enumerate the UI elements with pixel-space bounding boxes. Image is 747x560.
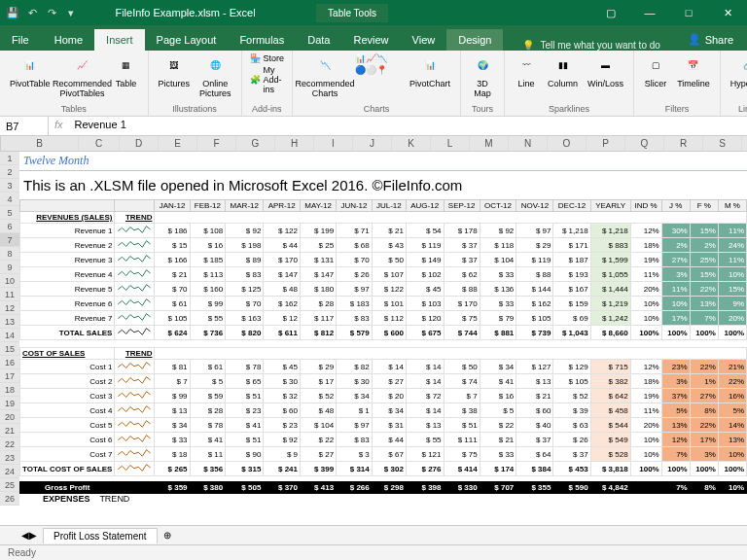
row-header[interactable]: 7 (0, 233, 19, 247)
ribbon-options-button[interactable]: ▢ (591, 0, 630, 25)
col-header[interactable]: G (236, 136, 275, 151)
redo-button[interactable]: ↷ (43, 4, 60, 21)
undo-button[interactable]: ↶ (23, 4, 41, 21)
row-header[interactable]: 8 (0, 247, 19, 261)
col-header[interactable]: K (392, 136, 431, 151)
row-header[interactable]: 17 (0, 369, 19, 383)
share-button[interactable]: 👤Share (674, 28, 747, 51)
tab-nav-prev[interactable]: ◀ (21, 530, 29, 541)
row-header[interactable]: 16 (0, 356, 19, 369)
tab-view[interactable]: View (401, 29, 447, 51)
tab-home[interactable]: Home (43, 29, 94, 51)
qat-customize-button[interactable]: ▾ (62, 4, 80, 21)
tell-me-search[interactable]: 💡Tell me what you want to do (522, 40, 659, 51)
addins-icon: 🧩 (250, 75, 261, 85)
save-button[interactable]: 💾 (4, 4, 21, 21)
row-header[interactable]: 5 (0, 206, 19, 220)
cells-content[interactable]: Twelve Month This is an .XLSM file opene… (19, 152, 747, 506)
tab-insert[interactable]: Insert (94, 29, 145, 51)
close-button[interactable]: ✕ (708, 0, 747, 25)
row-header[interactable]: 19 (0, 397, 19, 410)
tab-page-layout[interactable]: Page Layout (145, 29, 229, 51)
store-button[interactable]: 🏪Store (248, 52, 287, 64)
row-header[interactable]: 23 (0, 451, 19, 465)
3dmap-button[interactable]: 🌍3D Map (467, 52, 498, 101)
row-header[interactable]: 15 (0, 342, 19, 356)
minimize-button[interactable]: — (630, 0, 669, 25)
row-header[interactable]: 24 (0, 465, 19, 478)
col-header[interactable]: H (275, 136, 314, 151)
row-header[interactable]: 25 (0, 478, 19, 492)
tab-review[interactable]: Review (341, 29, 400, 51)
row-header[interactable]: 22 (0, 438, 19, 451)
col-header[interactable]: R (664, 136, 703, 151)
tab-design[interactable]: Design (446, 29, 503, 51)
col-header[interactable]: C (79, 136, 120, 151)
table-button[interactable]: ▦Table (111, 52, 142, 91)
col-header[interactable]: B (1, 136, 79, 151)
row-header[interactable]: 2 (0, 165, 19, 179)
col-header[interactable]: M (470, 136, 509, 151)
row-header[interactable]: 20 (0, 410, 19, 424)
row-header[interactable]: 18 (0, 383, 19, 397)
sparkline-line-button[interactable]: 〰Line (511, 52, 542, 91)
row-header[interactable]: 14 (0, 329, 19, 342)
rec-pivot-icon: 📈 (71, 54, 94, 78)
chart-gallery-1[interactable]: 📊📈📉 (353, 52, 404, 64)
maximize-button[interactable]: □ (669, 0, 708, 25)
chart-icon: 📉 (313, 54, 337, 78)
col-header[interactable]: Q (625, 136, 664, 151)
col-header[interactable]: J (353, 136, 392, 151)
col-header[interactable]: P (587, 136, 625, 151)
tab-nav-next[interactable]: ▶ (29, 530, 37, 541)
row-header[interactable]: 3 (0, 179, 19, 192)
row-header[interactable]: 4 (0, 192, 19, 206)
row-header[interactable]: 6 (0, 220, 19, 233)
col-header[interactable]: L (431, 136, 470, 151)
col-header[interactable]: N (509, 136, 548, 151)
lightbulb-icon: 💡 (522, 40, 534, 51)
col-header[interactable]: O (548, 136, 587, 151)
online-pictures-button[interactable]: 🌐Online Pictures (196, 52, 235, 101)
col-header[interactable]: F (197, 136, 236, 151)
row-header[interactable]: 13 (0, 315, 19, 329)
context-tab-label: Table Tools (316, 4, 388, 22)
col-header[interactable]: T (742, 136, 747, 151)
timeline-icon: 📅 (682, 54, 705, 78)
rec-charts-button[interactable]: 📉Recommended Charts (299, 52, 351, 101)
tab-data[interactable]: Data (296, 29, 341, 51)
col-header[interactable]: I (314, 136, 353, 151)
col-header[interactable]: S (703, 136, 742, 151)
pivottable-button[interactable]: 📊PivotTable (6, 52, 54, 91)
pictures-button[interactable]: 🖼Pictures (155, 52, 195, 91)
sheet-tab[interactable]: Profit Loss Statement (43, 528, 158, 543)
slicer-button[interactable]: ▢Slicer (640, 52, 671, 91)
sparkline-col-button[interactable]: ▮▮Column (544, 52, 582, 91)
tab-formulas[interactable]: Formulas (228, 29, 296, 51)
row-header[interactable]: 9 (0, 261, 19, 274)
col-header[interactable]: E (159, 136, 197, 151)
data-table[interactable]: JAN-12FEB-12MAR-12APR-12MAY-12JUN-12JUL-… (19, 199, 747, 494)
timeline-button[interactable]: 📅Timeline (673, 52, 714, 91)
chart-gallery-2[interactable]: 🔵⚪📍 (353, 64, 404, 76)
row-header[interactable]: 10 (0, 274, 19, 288)
worksheet-area[interactable]: B C D E F G H I J K L M N O P Q R S T 12… (0, 136, 747, 535)
my-addins-button[interactable]: 🧩My Add-ins (248, 64, 287, 95)
hyperlink-button[interactable]: 🔗Hyperlink (727, 52, 747, 91)
tab-file[interactable]: File (0, 29, 41, 51)
formula-input[interactable]: Revenue 1 (69, 117, 747, 135)
sparkline-wl-button[interactable]: ▬Win/Loss (584, 52, 627, 91)
row-header[interactable]: 11 (0, 288, 19, 301)
row-header[interactable]: 21 (0, 424, 19, 438)
store-icon: 🏪 (250, 53, 261, 63)
row-header[interactable]: 26 (0, 492, 19, 506)
new-sheet-button[interactable]: ⊕ (163, 530, 171, 541)
row-header[interactable]: 1 (0, 152, 19, 165)
pivotchart-button[interactable]: 📊PivotChart (406, 52, 454, 91)
fx-icon[interactable]: fx (49, 117, 69, 135)
name-box[interactable]: B7 (0, 117, 49, 135)
rec-pivottable-button[interactable]: 📈Recommended PivotTables (56, 52, 109, 101)
col-header[interactable]: D (120, 136, 159, 151)
row-header[interactable]: 12 (0, 301, 19, 315)
table-row: Cost 4$ 13$ 28$ 23$ 60$ 48$ 1$ 34$ 14$ 3… (20, 403, 747, 418)
